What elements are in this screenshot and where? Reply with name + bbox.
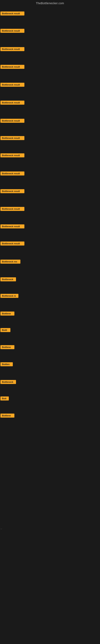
bottleneck-badge-20[interactable]: Bottlene bbox=[0, 345, 14, 349]
bottleneck-badge-6[interactable]: Bottleneck result bbox=[0, 100, 24, 105]
bottleneck-badge-4[interactable]: Bottleneck result bbox=[0, 65, 24, 69]
bottleneck-badge-8[interactable]: Bottleneck result bbox=[0, 136, 24, 140]
bottleneck-badge-19[interactable]: Bottl bbox=[0, 328, 10, 332]
bottleneck-badge-2[interactable]: Bottleneck result bbox=[0, 29, 24, 33]
bottleneck-badge-10[interactable]: Bottleneck result bbox=[0, 172, 24, 176]
bottleneck-badge-13[interactable]: Bottleneck result bbox=[0, 224, 24, 228]
bottleneck-badge-22[interactable]: Bottleneck bbox=[0, 380, 16, 384]
bottleneck-badge-3[interactable]: Bottleneck result bbox=[0, 47, 24, 51]
bottleneck-badge-1[interactable]: Bottleneck result bbox=[0, 12, 24, 16]
bottleneck-badge-18[interactable]: Bottlene bbox=[0, 312, 14, 316]
bottleneck-badge-12[interactable]: Bottleneck result bbox=[0, 207, 24, 211]
bottleneck-badge-16[interactable]: Bottleneck bbox=[0, 277, 16, 281]
bottleneck-badge-21[interactable]: Bottlen bbox=[0, 362, 13, 366]
page-wrapper: TheBottlenecker.com ... Bottleneck resul… bbox=[0, 0, 100, 644]
site-title: TheBottlenecker.com bbox=[36, 2, 64, 5]
bottleneck-badge-5[interactable]: Bottleneck result bbox=[0, 83, 24, 87]
bottleneck-badge-23[interactable]: Bott bbox=[0, 396, 9, 400]
bottleneck-badge-7[interactable]: Bottleneck result bbox=[0, 119, 24, 123]
dot-indicator: ... bbox=[0, 527, 2, 530]
bottleneck-badge-15[interactable]: Bottleneck res bbox=[0, 260, 20, 264]
bottleneck-badge-14[interactable]: Bottleneck result bbox=[0, 242, 24, 246]
bottleneck-badge-24[interactable]: Bottlene bbox=[0, 414, 14, 418]
bottleneck-badge-9[interactable]: Bottleneck result bbox=[0, 153, 24, 158]
bottleneck-badge-17[interactable]: Bottleneck re bbox=[0, 294, 18, 298]
site-header: TheBottlenecker.com bbox=[0, 0, 100, 6]
bottleneck-badge-11[interactable]: Bottleneck result bbox=[0, 189, 24, 193]
